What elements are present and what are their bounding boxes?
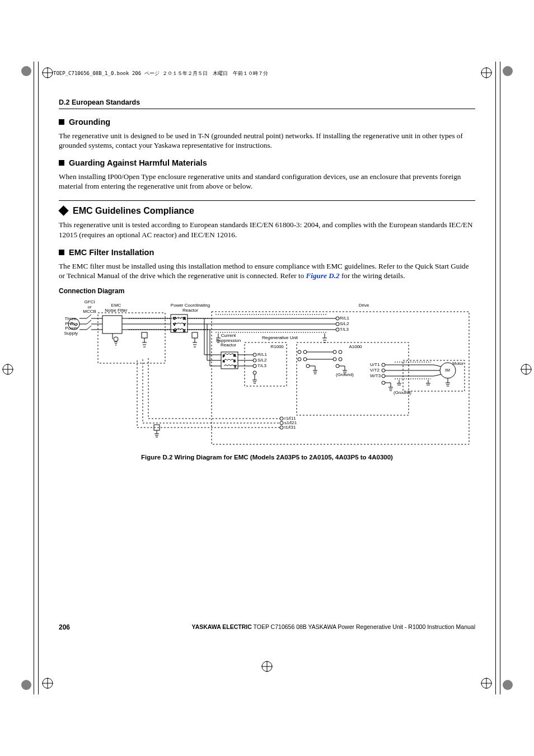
paragraph-part: for the wiring details. [340,271,405,280]
svg-point-64 [336,328,339,331]
registration-mark-icon [42,67,53,78]
label-sl2: S/L2 [340,322,349,326]
footer-text: TOEP C710656 08B YASKAWA Power Regenerat… [252,623,475,630]
registration-mark-icon [2,364,13,375]
heading-guarding: Guarding Against Harmful Materials [59,158,475,168]
svg-point-142 [280,426,283,429]
svg-rect-36 [102,316,122,334]
paragraph: The regenerative unit is designed to be … [59,131,475,150]
label-rl1b: R/L1 [257,353,267,357]
svg-point-112 [382,363,385,367]
svg-point-93 [333,350,336,354]
subheading-connection-diagram: Connection Diagram [59,287,475,296]
registration-mark-icon [481,67,492,78]
label-t1l31: t1/ℓ31 [284,425,296,430]
svg-line-31 [87,320,91,324]
heading-emc-compliance: EMC Guidelines Compliance [59,200,475,217]
heading-text: EMC Filter Installation [69,248,154,257]
figure-caption: Figure D.2 Wiring Diagram for EMC (Model… [59,453,475,462]
page-number: 206 [59,623,70,631]
figure-link[interactable]: Figure D.2 [306,271,340,280]
crop-mark-tr [503,66,513,76]
label-gfci: GFCIorMCCB [78,300,101,314]
svg-point-140 [280,417,283,420]
heading-grounding: Grounding [59,117,475,128]
svg-rect-23 [297,342,409,415]
heading-text: Grounding [69,118,110,126]
label-a1000: A1000 [344,345,367,349]
label-tl3b: T/L3 [257,364,266,368]
svg-point-80 [253,353,256,356]
svg-point-44 [114,337,118,341]
svg-rect-48 [142,332,147,338]
svg-text:U: U [173,316,176,321]
label-rl1: R/L1 [340,316,349,321]
svg-point-100 [306,364,310,368]
label-sl2b: S/L2 [257,358,266,363]
heading-text: Guarding Against Harmful Materials [69,158,207,167]
label-regen: Regenerative Unit [255,336,305,340]
label-drive: Drive [353,303,375,308]
crop-mark-bl [21,680,31,690]
svg-point-82 [253,359,256,362]
label-ut1: U/T1 [370,363,380,367]
svg-line-129 [434,374,441,376]
registration-mark-icon [261,661,273,672]
svg-point-60 [336,317,339,320]
label-pcr: Power CoordinatingReactor [165,303,216,313]
label-wt3: W/T3 [370,374,381,378]
svg-point-141 [280,421,283,425]
square-bullet-icon [59,250,64,255]
svg-point-96 [303,358,307,361]
heading-emc-filter: EMC Filter Installation [59,247,475,258]
svg-point-116 [382,374,385,378]
svg-line-34 [87,326,91,330]
label-tl3: T/L3 [340,327,349,332]
label-supply: Three-PhasePowerSupply [59,317,78,336]
svg-rect-49 [192,332,198,338]
label-vt2: V/T2 [370,368,380,373]
page-content: D.2 European Standards Grounding The reg… [59,98,475,644]
svg-point-94 [339,350,342,354]
svg-line-28 [87,314,91,318]
square-bullet-icon [59,160,64,166]
svg-point-99 [339,358,342,361]
svg-point-90 [298,350,301,354]
label-emc-filter: EMCNoise Filter [104,303,129,313]
wiring-diagram: UX VY WZ [59,299,475,450]
svg-text:S: S [233,359,236,363]
svg-point-98 [333,358,336,361]
label-ground: (Ground) [336,373,354,377]
svg-rect-22 [98,313,165,363]
print-header: TOEP_C710656_08B_1_0.book 206 ページ ２０１５年２… [53,70,268,77]
svg-point-118 [382,381,385,384]
registration-mark-icon [481,678,492,689]
svg-point-91 [303,350,307,354]
svg-point-114 [382,369,385,372]
label-csr: CurrentSuppressionReactor [213,334,243,348]
registration-mark-icon [42,678,53,689]
footer-brand: YASKAWA ELECTRIC [192,623,252,630]
trim-line [38,62,39,694]
diamond-bullet-icon [58,205,68,215]
section-header: D.2 European Standards [59,98,475,109]
trim-line [495,62,496,694]
label-im: IM [445,368,450,373]
crop-mark-tl [21,66,31,76]
page-footer: 206 YASKAWA ELECTRIC TOEP C710656 08B YA… [59,623,475,631]
svg-point-85 [253,371,256,374]
trim-line [500,62,500,694]
registration-mark-icon [521,364,532,375]
svg-text:T: T [234,364,237,369]
crop-mark-br [503,680,513,690]
label-r1000: R1000 [266,345,288,349]
svg-text:Y: Y [183,322,186,327]
square-bullet-icon [59,119,64,125]
svg-point-84 [253,364,256,368]
svg-text:R: R [233,353,236,358]
svg-point-95 [298,358,301,361]
svg-point-62 [336,322,339,326]
paragraph-part: The EMC filter must be installed using t… [59,262,469,280]
heading-text: EMC Guidelines Compliance [73,206,194,215]
label-motor: Motor [452,361,463,366]
